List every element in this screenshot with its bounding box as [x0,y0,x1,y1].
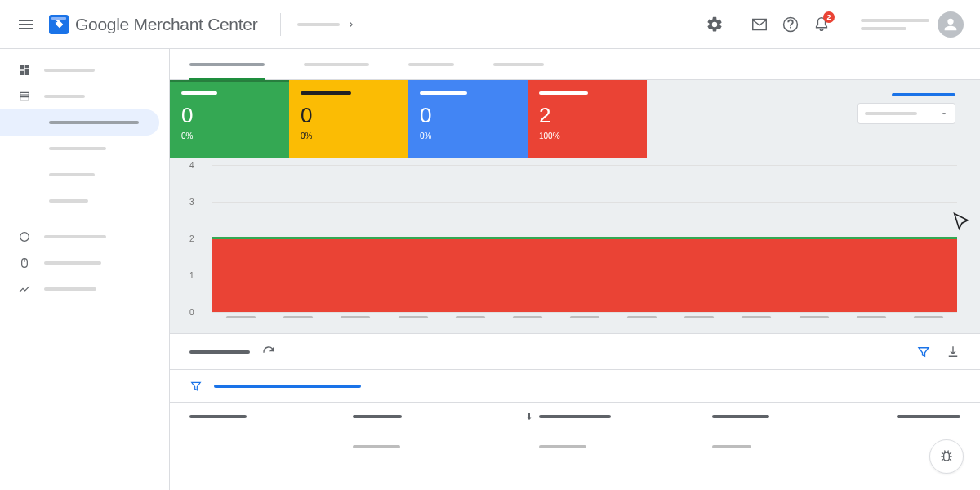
results-toolbar [170,333,980,370]
nav-label [44,95,85,98]
nav-label [44,287,96,291]
feedback-button[interactable] [929,439,964,474]
series-red [212,238,957,312]
mouse-icon [18,256,31,270]
card-percent: 0% [420,131,516,140]
card-label [301,91,351,95]
tag-icon [49,15,69,34]
avatar[interactable] [938,11,964,38]
divider [737,13,737,36]
app-header: Google Merchant Center 2 [0,0,980,49]
nav-sub-item[interactable] [0,162,159,188]
notification-badge: 2 [823,11,835,23]
results-label [189,350,250,354]
app-title: Google Merchant Center [75,15,257,34]
nav-label [49,121,139,124]
card-disapproved[interactable]: 2 100% [528,80,647,158]
tab-bar [170,49,980,80]
selector-label [892,93,956,96]
arrow-down-icon [524,412,534,421]
y-tick-label: 4 [189,161,194,170]
refresh-icon[interactable] [261,345,276,359]
col-percentage[interactable] [712,415,884,418]
add-filter-row[interactable] [170,370,980,403]
nav-sub-item[interactable] [0,188,159,214]
app-logo[interactable]: Google Merchant Center [49,15,257,34]
help-icon[interactable] [782,16,800,33]
x-tick-label [226,316,256,318]
nav-sub-item[interactable] [0,136,159,162]
nav-label [49,199,88,203]
chart-icon [18,283,31,296]
nav-marketing[interactable] [0,250,159,276]
divider [844,13,844,36]
y-tick-label: 1 [189,271,194,280]
x-tick-label [283,316,313,318]
selected-value [865,112,917,115]
header-actions: 2 [706,11,964,38]
destination-dropdown[interactable] [858,103,956,124]
tab-account-issues[interactable] [304,49,369,80]
x-tick-label [570,316,599,318]
table-header [170,403,980,430]
x-tick-label [800,316,829,318]
x-tick-label [513,316,542,318]
card-percent: 0% [301,131,397,140]
card-pending[interactable]: 0 0% [289,80,408,158]
filter-icon [189,380,203,393]
card-label [539,91,588,95]
add-filter-label [214,385,361,388]
divider [280,13,281,36]
x-tick-label [341,316,370,318]
x-tick-label [742,316,771,318]
card-active[interactable]: 0 0% [170,80,289,158]
nav-performance[interactable] [0,276,159,302]
breadcrumb-item [297,23,340,26]
y-tick-label: 0 [189,308,194,317]
x-tick-label [627,316,657,318]
x-tick-label [399,316,428,318]
mail-icon[interactable] [751,16,768,33]
table-row[interactable] [170,430,980,463]
nav-overview[interactable] [0,57,159,83]
nav-label [49,173,95,176]
filter-icon[interactable] [916,345,931,359]
col-affected[interactable] [524,412,712,421]
breadcrumb[interactable] [297,20,356,29]
card-label [420,91,467,95]
nav-label [44,69,95,72]
account-id [861,27,906,30]
chevron-right-icon [346,20,356,29]
tab-item-issues[interactable] [189,49,265,80]
x-tick-label [456,316,485,318]
circle-icon [18,230,31,243]
destination-selector [858,93,956,124]
nav-products[interactable] [0,83,159,109]
x-tick-label [914,316,943,318]
y-tick-label: 2 [189,234,194,243]
tab-other[interactable] [493,49,544,80]
x-tick-label [684,316,714,318]
series-green [212,237,957,239]
notifications-icon[interactable]: 2 [813,16,831,33]
col-issue[interactable] [189,415,353,418]
col-country[interactable] [353,415,524,418]
card-value: 0 [420,103,516,128]
menu-icon[interactable] [16,15,36,34]
download-icon[interactable] [946,345,960,359]
svg-point-1 [20,233,29,242]
nav-label [49,147,106,150]
account-switcher[interactable] [861,11,964,38]
col-action[interactable] [884,415,960,418]
nav-growth[interactable] [0,224,159,250]
card-value: 2 [539,103,635,128]
list-icon [18,90,31,103]
tab-collection[interactable] [408,49,454,80]
nav-diagnostics[interactable] [0,109,159,136]
card-expiring[interactable]: 0 0% [408,80,528,158]
sidebar [0,49,169,490]
x-tick-label [857,316,886,318]
main-content: 0 0% 0 0% 0 0% 2 100% [169,49,980,490]
settings-icon[interactable] [706,16,724,33]
y-tick-label: 3 [189,198,194,207]
